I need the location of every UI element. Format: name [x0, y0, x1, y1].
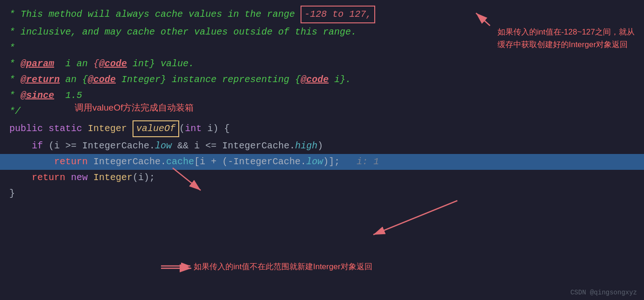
since-text: 1.5 — [54, 89, 82, 103]
comment-param-star: * — [9, 57, 21, 71]
code-line-4: * @param i an { @code int} value. — [0, 56, 644, 72]
space-2 — [82, 122, 88, 136]
indent-1 — [9, 139, 32, 153]
keyword-return-1: return — [54, 155, 88, 169]
keyword-int: int — [185, 122, 202, 136]
credit-text: CSDN @qingsongxyz — [570, 289, 637, 296]
label-new: 如果传入的int值不在此范围就新建Interger对象返回 — [194, 261, 372, 272]
comment-blank: * — [9, 41, 15, 55]
new-call: (i); — [133, 171, 155, 185]
return-text-2: Integer} instance representing { — [116, 73, 301, 87]
bracket-expr: [i + (-IntegerCache. — [194, 155, 306, 169]
code-line-12: } — [0, 186, 644, 202]
keyword-public: public — [9, 122, 43, 136]
field-low-2: low — [306, 155, 323, 169]
keyword-new: new — [71, 171, 88, 185]
code-line-1: * This method will always cache values i… — [0, 5, 644, 24]
comment-star-1: * — [9, 7, 21, 21]
code-line-5: * @return an { @code Integer} instance r… — [0, 72, 644, 88]
code-keyword-1: @code — [99, 57, 127, 71]
code-line-9: if (i >= IntegerCache. low && i <= Integ… — [0, 138, 644, 154]
space-new — [65, 171, 71, 185]
param-tag: @param — [21, 57, 54, 71]
keyword-return-2: return — [32, 171, 65, 185]
code-line-11: return new Integer (i); — [0, 170, 644, 186]
param-text-1: i an — [54, 57, 93, 71]
param-i: i) { — [202, 122, 230, 136]
range-box: -128 to 127, — [301, 6, 375, 23]
code-tag-1: { — [93, 57, 99, 71]
comment-return-star: * — [9, 73, 21, 87]
bracket-close: )]; — [323, 155, 340, 169]
return-text-3: i}. — [329, 73, 351, 87]
code-area: * This method will always cache values i… — [0, 0, 644, 300]
indent-3 — [9, 171, 32, 185]
field-low: low — [155, 139, 172, 153]
label-autobox: 调用valueOf方法完成自动装箱 — [75, 101, 194, 115]
return-tag: @return — [21, 73, 60, 87]
space-integer — [88, 171, 93, 185]
closing-brace: } — [9, 187, 15, 201]
code-keyword-2: @code — [88, 73, 116, 87]
comment-star-2: * inclusive, and may cache other values … — [9, 25, 357, 39]
inline-hint: i: 1 — [340, 155, 379, 169]
keyword-if: if — [32, 139, 43, 153]
code-line-8: public static Integer valueOf ( int i) { — [0, 119, 644, 138]
since-tag: @since — [21, 89, 54, 103]
space-3 — [127, 122, 133, 136]
and-op: && i <= IntegerCache. — [172, 139, 295, 153]
params: ( — [179, 122, 185, 136]
label-range: 如果传入的int值在-128~127之间，就从缓存中获取创建好的Interger… — [497, 26, 635, 51]
type-integer: Integer — [88, 122, 127, 136]
code-line-7: */ 调用valueOf方法完成自动装箱 — [0, 104, 644, 119]
if-open: (i >= IntegerCache. — [43, 139, 155, 153]
param-int: int} value. — [127, 57, 194, 71]
field-cache: cache — [166, 155, 194, 169]
code-line-10: return IntegerCache. cache [i + (-Intege… — [0, 154, 644, 170]
return-text-1: an { — [60, 73, 88, 87]
indent-2 — [9, 155, 54, 169]
type-integer-2: Integer — [93, 171, 133, 185]
comment-end: */ — [9, 105, 21, 119]
svg-line-2 — [373, 201, 457, 235]
code-keyword-3: @code — [301, 73, 329, 87]
space-return: IntegerCache. — [88, 155, 166, 169]
space-1 — [43, 122, 49, 136]
comment-since-star: * — [9, 89, 21, 103]
keyword-static: static — [49, 122, 82, 136]
field-high: high — [295, 139, 317, 153]
comment-text-1: This method will always cache values in … — [21, 7, 301, 21]
valueof-box: valueOf — [133, 120, 179, 137]
arrow-new-svg — [159, 259, 196, 273]
if-close: ) — [317, 139, 323, 153]
